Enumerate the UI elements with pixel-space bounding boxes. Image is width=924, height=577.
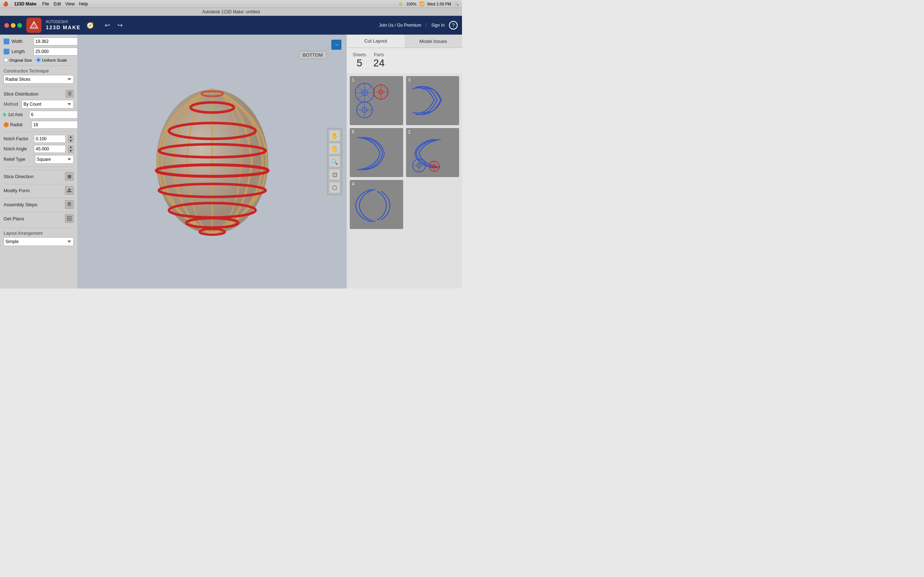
sheet-cell-3[interactable]: 3 [406,76,459,125]
zoom-tool-btn[interactable]: 🔍 [329,156,340,167]
app-logo [26,18,42,33]
radial-circle-icon [3,122,9,127]
length-input[interactable] [34,48,78,56]
parts-value: 24 [373,57,384,69]
radial-label: Radial [10,122,30,127]
radial-input[interactable] [31,121,78,129]
toolbar-nav: ↩ ↪ [102,20,125,31]
method-row: Method By Count [3,100,74,108]
stats-row: Sheets 5 Parts 24 [347,48,462,73]
close-button[interactable] [4,23,9,28]
app-brand: AUTODESK® 123D MAKE [46,19,81,31]
export-arrow-btn[interactable]: → [331,40,341,50]
get-plans-label: Get Plans [3,216,24,221]
construction-technique-label: Construction Technique [3,69,74,74]
tab-model-issues[interactable]: Model Issues [405,35,462,48]
notch-angle-input[interactable] [34,145,66,153]
notch-factor-input[interactable] [34,135,66,143]
original-size-option[interactable]: Original Size [3,58,32,62]
app-toolbar: AUTODESK® 123D MAKE 🧭 ↩ ↪ Join Us / Go P… [0,16,462,35]
uniform-scale-option[interactable]: Uniform Scale [36,58,67,62]
3d-model [144,79,281,245]
get-plans-btn[interactable] [65,214,74,223]
width-row: Width ▲ ▼ [3,37,74,45]
uniform-scale-radio[interactable] [36,58,41,62]
sheet-cell-1[interactable]: 1 [350,76,403,125]
sheet-cell-5[interactable]: 5 [350,128,403,177]
help-button[interactable]: ? [449,21,458,29]
construction-technique-select[interactable]: Radial Slices [3,75,74,84]
length-icon [3,49,10,55]
pan-tool-btn[interactable]: 🖐 [329,143,340,154]
signin-link[interactable]: Sign In [431,23,445,28]
join-premium-link[interactable]: Join Us / Go Premium [379,23,421,28]
battery-percent: 100% [406,2,416,6]
right-panel-tabs: Cut Layout Model Issues [347,35,462,48]
relief-type-row: Relief Type Square [3,155,74,164]
notch-angle-spinner: ▲ ▼ [68,145,74,153]
menu-file[interactable]: File [42,2,49,6]
sheets-label: Sheets [353,52,366,57]
center-canvas: → BOTTOM [78,35,347,288]
menu-edit[interactable]: Edit [53,2,61,6]
svg-marker-7 [68,202,71,203]
window-controls [4,23,22,28]
notch-factor-spinner: ▲ ▼ [68,135,74,143]
layout-arrangement-label: Layout Arrangement [3,231,74,236]
original-size-radio[interactable] [3,58,8,62]
menu-items: File Edit View Help [42,2,88,6]
orbit-tool-btn[interactable]: ✋ [329,130,340,141]
sheets-grid: 1 [347,73,462,288]
sheets-stat: Sheets 5 [353,52,366,69]
maximize-button[interactable] [17,23,22,28]
assembly-steps-row[interactable]: Assembly Steps [3,198,74,211]
sheet-cell-4[interactable]: 4 [350,180,403,229]
width-input[interactable] [34,37,78,45]
menu-help[interactable]: Help [79,2,88,6]
modify-form-btn[interactable] [65,186,74,195]
window-title: Autodesk 123D Make: untitled [202,10,260,15]
search-icon[interactable]: 🔍 [454,2,459,6]
layout-arrangement-select[interactable]: Simple [3,237,74,246]
svg-rect-2 [67,191,71,192]
battery-icon: 🔋 [398,2,403,6]
notch-factor-down[interactable]: ▼ [68,139,74,143]
slice-direction-row[interactable]: Slice Direction ⊞ [3,170,74,182]
toolbar-right: Join Us / Go Premium / Sign In ? [379,21,458,29]
redo-button[interactable]: ↪ [115,20,125,31]
first-axis-input[interactable] [29,111,78,119]
get-plans-row[interactable]: Get Plans [3,212,74,225]
notch-angle-up[interactable]: ▲ [68,145,74,149]
assembly-steps-label: Assembly Steps [3,202,37,207]
assembly-steps-btn[interactable] [65,200,74,209]
apple-logo[interactable]: 🍎 [3,2,8,6]
undo-button[interactable]: ↩ [102,20,112,31]
minimize-button[interactable] [11,23,16,28]
notch-angle-down[interactable]: ▼ [68,149,74,153]
radial-row: Radial ▲ ▼ [3,121,74,129]
wifi-icon: 📶 [419,2,425,6]
width-icon [3,39,10,44]
first-axis-row: 1st Axis ▲ ▼ [3,111,74,119]
notch-factor-row: Notch Factor ▲ ▼ [3,135,74,143]
menu-view[interactable]: View [65,2,75,6]
notch-factor-label: Notch Factor [3,136,32,141]
main-layout: Width ▲ ▼ Length ▲ ▼ Original Size [0,35,462,288]
method-select[interactable]: By Count [22,100,74,108]
bottom-label: BOTTOM [299,51,327,59]
method-label: Method [3,102,19,107]
sheets-value: 5 [357,57,362,69]
modify-form-row[interactable]: Modify Form [3,184,74,197]
compass-icon: 🧭 [87,22,94,29]
slice-distribution-menu-btn[interactable]: ☰ [66,90,74,98]
relief-type-select[interactable]: Square [35,155,74,164]
fit-tool-btn[interactable]: ⊡ [329,169,340,180]
sheet-cell-2[interactable]: 2 [406,128,459,177]
menubar-right: 🔋 100% 📶 Wed 1:59 PM 🔍 [398,2,459,6]
slice-direction-btn[interactable]: ⊞ [65,172,74,181]
width-label: Width [11,39,31,44]
slice-distribution-header: Slice Distribution ☰ [3,90,74,98]
tab-cut-layout[interactable]: Cut Layout [347,35,405,48]
notch-factor-up[interactable]: ▲ [68,135,74,139]
perspective-tool-btn[interactable]: ⬡ [329,182,340,193]
